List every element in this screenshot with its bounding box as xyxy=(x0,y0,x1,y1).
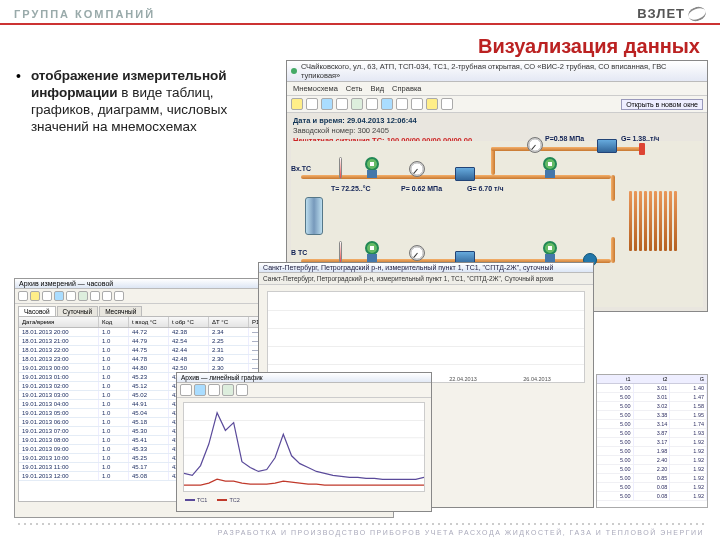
bullet-text: отображение измерительной информации в в… xyxy=(31,68,266,136)
scada-titlebar: СЧайковского, ул., 63, АТП, ТСП-034, ТС1… xyxy=(287,61,707,82)
toolbar-button-icon[interactable] xyxy=(426,98,438,110)
table-row[interactable]: 5.003.021.58 xyxy=(597,402,707,411)
legend-item: ТС1 xyxy=(185,497,207,503)
toolbar-button-icon[interactable] xyxy=(291,98,303,110)
bullet-dot-icon: • xyxy=(16,68,21,136)
menu-item[interactable]: Справка xyxy=(392,84,421,93)
header-divider xyxy=(0,23,720,25)
flowmeter-icon xyxy=(455,167,475,181)
pipe-icon xyxy=(611,175,615,201)
chart-titlebar: Санкт-Петербург, Петроградский р-н, изме… xyxy=(259,263,593,273)
tab-monthly[interactable]: Месячный xyxy=(99,306,142,316)
valve-icon[interactable] xyxy=(541,157,559,179)
line-svg-icon xyxy=(184,403,424,491)
table-row[interactable]: 5.002.201.92 xyxy=(597,465,707,474)
scada-toolbar: Открыть в новом окне xyxy=(287,96,707,113)
table-row[interactable]: 5.000.081.92 xyxy=(597,492,707,501)
bar-chart: 14.04.2013 18.04.2013 22.04.2013 26.04.2… xyxy=(267,291,585,383)
toolbar-button-icon[interactable] xyxy=(306,98,318,110)
valve-icon[interactable] xyxy=(541,241,559,263)
toolbar-button-icon[interactable] xyxy=(222,384,234,396)
toolbar-button-icon[interactable] xyxy=(54,291,64,301)
table-row[interactable]: 5.003.011.40 xyxy=(597,384,707,393)
tab-daily[interactable]: Суточный xyxy=(57,306,99,316)
mini-table-head: t1 t2 G xyxy=(597,375,707,384)
p1-label: P= 0.62 МПа xyxy=(401,185,442,192)
gauge-icon xyxy=(527,137,543,153)
toolbar-button-icon[interactable] xyxy=(441,98,453,110)
toolbar-button-icon[interactable] xyxy=(114,291,124,301)
line-legend: ТС1 ТС2 xyxy=(177,496,431,504)
thermometer-icon xyxy=(339,157,342,179)
col-head[interactable]: t вход °С xyxy=(129,317,169,327)
toolbar-button-icon[interactable] xyxy=(18,291,28,301)
toolbar-button-icon[interactable] xyxy=(180,384,192,396)
table-row[interactable]: 5.003.141.74 xyxy=(597,420,707,429)
table-row[interactable]: 5.000.081.92 xyxy=(597,483,707,492)
menu-item[interactable]: Мнемосхема xyxy=(293,84,338,93)
col-head[interactable]: t обр °С xyxy=(169,317,209,327)
toolbar-button-icon[interactable] xyxy=(411,98,423,110)
toolbar-button-icon[interactable] xyxy=(381,98,393,110)
chart-subtitle: Санкт-Петербург, Петроградский р-н, изме… xyxy=(259,273,593,285)
x-label: 22.04.2013 xyxy=(426,376,500,382)
table-row[interactable]: 5.003.871.93 xyxy=(597,429,707,438)
toolbar-button-icon[interactable] xyxy=(236,384,248,396)
tab-hourly[interactable]: Часовой xyxy=(18,306,56,316)
scada-title-text: СЧайковского, ул., 63, АТП, ТСП-034, ТС1… xyxy=(301,62,703,80)
flow-top-label: G= 1.38..т/ч xyxy=(621,135,659,142)
col-head: G xyxy=(670,375,707,383)
toolbar-button-icon[interactable] xyxy=(194,384,206,396)
flowmeter-icon xyxy=(597,139,617,153)
toolbar-button-icon[interactable] xyxy=(66,291,76,301)
menu-item[interactable]: Сеть xyxy=(346,84,363,93)
status-dot-icon xyxy=(291,68,297,74)
menu-item[interactable]: Вид xyxy=(371,84,385,93)
toolbar-button-icon[interactable] xyxy=(336,98,348,110)
toolbar-button-icon[interactable] xyxy=(42,291,52,301)
pipe-icon xyxy=(491,147,641,151)
toolbar-button-icon[interactable] xyxy=(366,98,378,110)
toolbar-button-icon[interactable] xyxy=(78,291,88,301)
table-row[interactable]: 5.001.981.92 xyxy=(597,447,707,456)
table-row[interactable]: 5.003.011.47 xyxy=(597,393,707,402)
toolbar-button-icon[interactable] xyxy=(351,98,363,110)
radiator-icon xyxy=(629,191,677,251)
table-row[interactable]: 5.003.381.95 xyxy=(597,411,707,420)
mini-table: t1 t2 G 5.003.011.405.003.011.475.003.02… xyxy=(596,374,708,508)
bar-series-container xyxy=(278,298,574,372)
table-row[interactable]: 5.003.171.92 xyxy=(597,438,707,447)
col-head[interactable]: Дата/время xyxy=(19,317,99,327)
scada-datetime: Дата и время: 29.04.2013 12:06:44 xyxy=(293,116,701,126)
pressure-top-label: P=0.58 МПа xyxy=(545,135,584,142)
table-row[interactable]: 5.000.851.92 xyxy=(597,474,707,483)
col-head[interactable]: Код xyxy=(99,317,129,327)
mini-table-body: 5.003.011.405.003.011.475.003.021.585.00… xyxy=(597,384,707,501)
table-row[interactable]: 5.002.401.92 xyxy=(597,456,707,465)
open-new-window-button[interactable]: Открыть в новом окне xyxy=(621,99,703,110)
line-toolbar xyxy=(177,383,431,398)
g1-label: G= 6.70 т/ч xyxy=(467,185,503,192)
col-head[interactable]: ΔT °С xyxy=(209,317,249,327)
toolbar-button-icon[interactable] xyxy=(30,291,40,301)
valve-icon[interactable] xyxy=(363,241,381,263)
pipe-icon xyxy=(611,237,615,263)
line-chart xyxy=(183,402,425,492)
legend-item: ТС2 xyxy=(217,497,239,503)
toolbar-button-icon[interactable] xyxy=(208,384,220,396)
valve-icon[interactable] xyxy=(363,157,381,179)
toolbar-button-icon[interactable] xyxy=(90,291,100,301)
toolbar-button-icon[interactable] xyxy=(396,98,408,110)
col-head: t2 xyxy=(634,375,671,383)
scada-menubar: Мнемосхема Сеть Вид Справка xyxy=(287,82,707,96)
bullet-item: • отображение измерительной информации в… xyxy=(16,68,266,136)
toolbar-button-icon[interactable] xyxy=(321,98,333,110)
toolbar-button-icon[interactable] xyxy=(102,291,112,301)
footer-text: РАЗРАБОТКА И ПРОИЗВОДСТВО ПРИБОРОВ УЧЕТА… xyxy=(16,529,704,536)
page-footer: РАЗРАБОТКА И ПРОИЗВОДСТВО ПРИБОРОВ УЧЕТА… xyxy=(0,521,720,536)
line-titlebar: Архив — линейный график xyxy=(177,373,431,383)
company-group-label: ГРУППА КОМПАНИЙ xyxy=(14,8,155,20)
pipe-icon xyxy=(491,147,495,175)
t1-label: T= 72.25..°С xyxy=(331,185,371,192)
brand-logo: ВЗЛЕТ xyxy=(637,6,706,21)
